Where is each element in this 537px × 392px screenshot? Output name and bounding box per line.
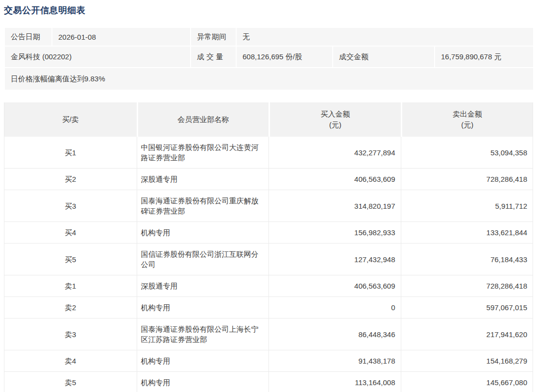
table-row: 卖3 国泰海通证券股份有限公司上海长宁区江苏路证券营业部 86,448,346 … xyxy=(4,318,533,350)
page-title: 交易公开信息明细表 xyxy=(4,4,533,16)
branch-cell: 国泰海通证券股份有限公司上海长宁区江苏路证券营业部 xyxy=(137,318,269,350)
buy-amount-cell: 406,563,609 xyxy=(268,169,401,190)
branch-cell: 机构专用 xyxy=(137,372,269,392)
buy-amount-cell: 406,563,609 xyxy=(268,275,401,296)
announce-date-label: 公告日期 xyxy=(4,27,52,46)
side-cell: 卖5 xyxy=(4,372,137,392)
table-row: 买4 机构专用 156,982,933 133,621,844 xyxy=(4,221,533,243)
sell-amount-cell: 217,941,620 xyxy=(401,318,533,350)
buy-amount-cell: 113,164,008 xyxy=(268,372,401,392)
turnover-label: 成交金额 xyxy=(333,46,435,68)
branch-cell: 国泰海通证券股份有限公司重庆解放碑证券营业部 xyxy=(137,190,269,221)
column-header-branch: 会员营业部名称 xyxy=(137,102,269,137)
side-cell: 买3 xyxy=(4,190,137,221)
page: 交易公开信息明细表 公告日期 2026-01-08 异常期间 无 金风科技 (0… xyxy=(0,0,537,392)
branch-cell: 国信证券股份有限公司浙江互联网分公司 xyxy=(137,244,269,275)
table-row: 买2 深股通专用 406,563,609 728,286,418 xyxy=(4,168,533,190)
branch-cell: 深股通专用 xyxy=(137,275,269,296)
branch-cell: 机构专用 xyxy=(137,297,269,318)
side-cell: 买4 xyxy=(4,222,137,243)
column-header-side: 买/卖 xyxy=(4,102,137,137)
sell-amount-cell: 133,621,844 xyxy=(401,222,533,243)
turnover-value: 16,759,890,678 元 xyxy=(435,46,534,68)
abnormal-period-value: 无 xyxy=(236,27,534,46)
trade-detail-table: 买/卖 会员营业部名称 买入金额 (元) 卖出金额 (元) 买1 中国银河证券股… xyxy=(4,102,533,392)
volume-label: 成 交 量 xyxy=(191,46,236,68)
buy-amount-cell: 127,432,948 xyxy=(268,244,401,275)
table-row: 卖2 机构专用 0 597,067,015 xyxy=(4,296,533,318)
stock-name: 金风科技 (002202) xyxy=(4,46,191,68)
table-row: 卖4 机构专用 91,438,178 154,168,279 xyxy=(4,350,533,371)
sell-amount-cell: 728,286,418 xyxy=(401,275,533,296)
sell-amount-cell: 728,286,418 xyxy=(401,169,533,190)
table-header-row: 买/卖 会员营业部名称 买入金额 (元) 卖出金额 (元) xyxy=(4,102,533,137)
side-cell: 卖2 xyxy=(4,297,137,318)
buy-amount-cell: 0 xyxy=(268,297,401,318)
volume-value: 608,126,695 份/股 xyxy=(236,46,333,68)
buy-amount-cell: 91,438,178 xyxy=(268,350,401,371)
sell-amount-cell: 5,911,712 xyxy=(401,190,533,221)
buy-amount-cell: 156,982,933 xyxy=(268,222,401,243)
announce-date-value: 2026-01-08 xyxy=(52,27,191,46)
deviation-note: 日价格涨幅偏离值达到9.83% xyxy=(4,68,534,90)
branch-cell: 机构专用 xyxy=(137,222,269,243)
sell-amount-cell: 53,094,358 xyxy=(401,137,533,168)
buy-amount-cell: 314,820,197 xyxy=(268,190,401,221)
side-cell: 卖4 xyxy=(4,350,137,371)
table-row: 买5 国信证券股份有限公司浙江互联网分公司 127,432,948 76,184… xyxy=(4,243,533,275)
buy-amount-cell: 432,277,894 xyxy=(268,137,401,168)
sell-amount-cell: 76,184,433 xyxy=(401,244,533,275)
branch-cell: 深股通专用 xyxy=(137,169,269,190)
table-row: 卖1 深股通专用 406,563,609 728,286,418 xyxy=(4,275,533,296)
buy-amount-cell: 86,448,346 xyxy=(268,318,401,350)
sell-amount-cell: 145,667,080 xyxy=(401,372,533,392)
branch-cell: 机构专用 xyxy=(137,350,269,371)
table-row: 卖5 机构专用 113,164,008 145,667,080 xyxy=(4,371,533,392)
table-row: 买1 中国银河证券股份有限公司大连黄河路证券营业部 432,277,894 53… xyxy=(4,137,533,168)
side-cell: 卖1 xyxy=(4,275,137,296)
sell-amount-cell: 597,067,015 xyxy=(401,297,533,318)
side-cell: 卖3 xyxy=(4,318,137,350)
table-body: 买1 中国银河证券股份有限公司大连黄河路证券营业部 432,277,894 53… xyxy=(4,137,533,392)
side-cell: 买5 xyxy=(4,244,137,275)
column-header-buy-amount: 买入金额 (元) xyxy=(268,102,401,137)
side-cell: 买1 xyxy=(4,137,137,168)
sell-amount-cell: 154,168,279 xyxy=(401,350,533,371)
abnormal-period-label: 异常期间 xyxy=(191,27,236,46)
table-row: 买3 国泰海通证券股份有限公司重庆解放碑证券营业部 314,820,197 5,… xyxy=(4,190,533,221)
side-cell: 买2 xyxy=(4,169,137,190)
column-header-sell-amount: 卖出金额 (元) xyxy=(401,102,533,137)
branch-cell: 中国银河证券股份有限公司大连黄河路证券营业部 xyxy=(137,137,269,168)
summary-info-table: 公告日期 2026-01-08 异常期间 无 金风科技 (002202) 成 交… xyxy=(4,27,534,91)
